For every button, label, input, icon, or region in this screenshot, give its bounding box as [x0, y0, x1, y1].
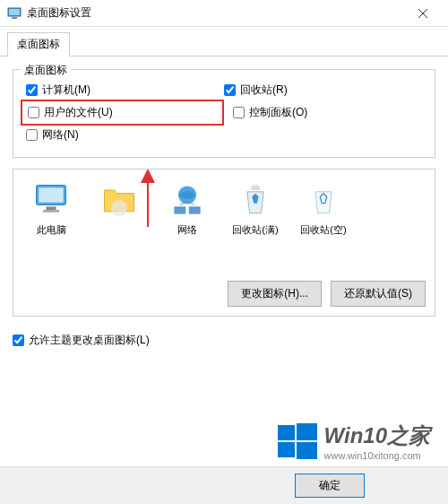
preview-network-label: 网络 — [155, 223, 220, 237]
titlebar: 桌面图标设置 — [0, 0, 448, 27]
preview-user[interactable] — [87, 180, 151, 237]
checkbox-computer-label: 计算机(M) — [42, 83, 90, 98]
restore-default-button[interactable]: 还原默认值(S) — [331, 281, 426, 307]
checkbox-recycle-label: 回收站(R) — [240, 83, 288, 98]
change-icon-button[interactable]: 更改图标(H)... — [228, 281, 322, 307]
allow-theme-input[interactable] — [13, 335, 24, 346]
recycle-empty-icon — [304, 180, 343, 220]
svg-rect-13 — [189, 206, 201, 213]
svg-rect-17 — [297, 423, 317, 440]
checkbox-recycle-input[interactable] — [224, 84, 236, 96]
allow-theme-label: 允许主题更改桌面图标(L) — [29, 333, 150, 348]
checkbox-network-label: 网络(N) — [42, 127, 79, 143]
svg-rect-16 — [278, 425, 295, 440]
preview-recycle-empty[interactable]: 回收站(空) — [291, 180, 356, 237]
desktop-icons-group: 桌面图标 计算机(M) 回收站(R) 用户的文件(U) 控制面板(O) — [13, 69, 435, 158]
checkbox-userfiles[interactable]: 用户的文件(U) — [21, 100, 224, 126]
group-title: 桌面图标 — [21, 63, 71, 78]
preview-recycle-empty-label: 回收站(空) — [291, 223, 356, 237]
tab-strip: 桌面图标 — [0, 27, 448, 56]
allow-theme-checkbox[interactable]: 允许主题更改桌面图标(L) — [13, 333, 435, 348]
checkbox-control-label: 控制面板(O) — [249, 105, 307, 120]
checkbox-control[interactable]: 控制面板(O) — [233, 103, 422, 122]
watermark-sub: www.win10xitong.com — [324, 450, 421, 461]
window-title: 桌面图标设置 — [27, 5, 405, 21]
svg-rect-8 — [47, 206, 56, 210]
preview-recycle-full[interactable]: 回收站(满) — [223, 180, 288, 237]
content-area: 桌面图标 计算机(M) 回收站(R) 用户的文件(U) 控制面板(O) — [0, 56, 448, 361]
checkbox-network[interactable]: 网络(N) — [26, 127, 224, 143]
preview-this-pc-label: 此电脑 — [19, 223, 83, 237]
dialog-footer: 确定 — [0, 466, 448, 504]
watermark-main: Win10之家 — [324, 421, 430, 450]
icon-grid: 此电脑 网络 回收站(满) — [19, 180, 429, 237]
recycle-full-icon — [236, 180, 275, 220]
checkbox-recycle[interactable]: 回收站(R) — [224, 83, 422, 98]
svg-rect-12 — [174, 206, 185, 213]
close-button[interactable] — [405, 0, 441, 27]
svg-rect-1 — [9, 9, 20, 15]
checkbox-userfiles-label: 用户的文件(U) — [44, 105, 113, 120]
svg-rect-7 — [39, 187, 64, 203]
preview-network[interactable]: 网络 — [155, 180, 220, 237]
checkbox-control-input[interactable] — [233, 107, 245, 118]
ok-button[interactable]: 确定 — [295, 474, 365, 498]
watermark: Win10之家 www.win10xitong.com — [278, 421, 430, 461]
user-folder-icon — [99, 180, 139, 220]
checkbox-userfiles-input[interactable] — [28, 107, 39, 118]
preview-recycle-full-label: 回收站(满) — [223, 223, 288, 237]
checkbox-computer[interactable]: 计算机(M) — [26, 83, 224, 98]
icon-preview-box: 此电脑 网络 回收站(满) — [13, 169, 435, 317]
app-icon — [7, 6, 22, 21]
network-icon — [168, 180, 207, 220]
svg-rect-9 — [43, 210, 59, 213]
this-pc-icon — [31, 180, 71, 220]
checkbox-computer-input[interactable] — [26, 84, 38, 96]
svg-rect-18 — [278, 442, 295, 457]
svg-rect-19 — [297, 442, 317, 459]
checkbox-network-input[interactable] — [26, 129, 38, 141]
svg-rect-2 — [12, 17, 17, 19]
windows-logo-icon — [278, 421, 317, 461]
tab-desktop-icons[interactable]: 桌面图标 — [7, 32, 70, 56]
svg-point-10 — [111, 200, 127, 216]
preview-this-pc[interactable]: 此电脑 — [19, 180, 83, 237]
